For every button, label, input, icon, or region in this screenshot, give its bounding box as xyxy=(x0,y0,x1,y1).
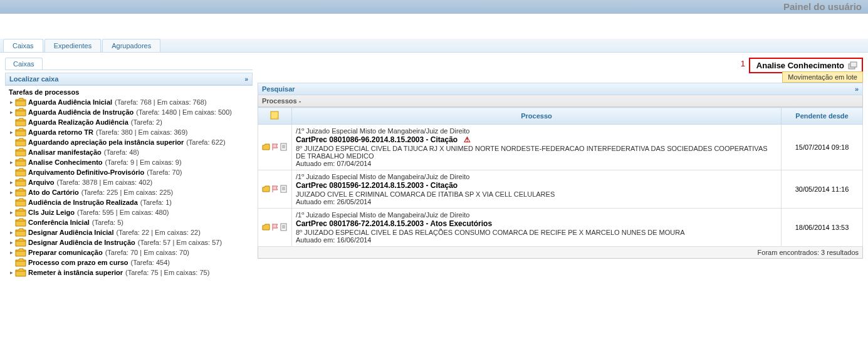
folder-icon xyxy=(15,188,26,197)
proc-autuado: Autuado em: 16/06/2014 xyxy=(296,236,777,244)
table-row[interactable]: /1º Juizado Especial Misto de Mangabeira… xyxy=(258,209,863,247)
proc-court: /1º Juizado Especial Misto de Mangabeira… xyxy=(296,127,777,135)
expand-arrow-icon[interactable]: ▸ xyxy=(8,99,15,105)
expand-arrow-icon[interactable]: ▸ xyxy=(8,249,15,256)
row-action-icons xyxy=(258,125,292,170)
tree-item[interactable]: ▸Remeter à instância superior(Tarefa: 75… xyxy=(5,267,253,277)
tree-item[interactable]: ▸Ato do Cartório(Tarefa: 225 | Em caixas… xyxy=(5,187,253,197)
top-tabs: CaixasExpedientesAgrupadores xyxy=(0,39,868,53)
expand-arrow-icon[interactable]: ▸ xyxy=(8,179,15,185)
open-folder-icon[interactable] xyxy=(262,185,270,193)
left-pane: Caixas Localizar caixa » Tarefas de proc… xyxy=(5,58,253,277)
tree-item[interactable]: ▸Cls Juiz Leigo(Tarefa: 595 | Em caixas:… xyxy=(5,207,253,217)
search-panel-head[interactable]: Pesquisar » xyxy=(258,83,863,95)
flag-icon[interactable] xyxy=(271,143,279,151)
proc-number[interactable]: CartPrec 0801086-96.2014.8.15.2003 - Cit… xyxy=(296,135,777,144)
folder-icon xyxy=(15,158,26,167)
folder-icon xyxy=(15,218,26,227)
row-action-icons xyxy=(258,209,292,247)
sub-tab-caixas[interactable]: Caixas xyxy=(5,58,43,70)
tree-item-label[interactable]: Ato do Cartório xyxy=(28,189,79,196)
tree-item[interactable]: Arquivamento Definitivo-Provisório(Taref… xyxy=(5,167,253,177)
tree-item-label[interactable]: Arquivo xyxy=(28,179,55,186)
doc-icon[interactable] xyxy=(280,143,288,151)
expand-arrow-icon[interactable]: ▸ xyxy=(8,229,15,236)
tree-item-label[interactable]: Conferência Inicial xyxy=(28,219,90,226)
tree-item-label[interactable]: Aguarda retorno TR xyxy=(28,128,93,136)
locate-expand-icon[interactable]: » xyxy=(244,76,248,83)
tree-item[interactable]: Conferência Inicial(Tarefa: 5) xyxy=(5,217,253,227)
tree-item-label[interactable]: Analisar manifestação xyxy=(28,148,102,156)
row-pending-date: 18/06/2014 13:53 xyxy=(782,209,863,247)
tree-item-label[interactable]: Processo com prazo em curso xyxy=(28,259,128,266)
folder-icon xyxy=(15,228,26,237)
proc-parties: JUIZADO CIVEL E CRIMINAL COMARCA DE ITAT… xyxy=(296,190,777,198)
tree-item-label[interactable]: Designar Audiência Inicial xyxy=(28,229,114,236)
folder-icon xyxy=(15,148,26,157)
workspace: Caixas Localizar caixa » Tarefas de proc… xyxy=(0,53,868,283)
tree-item-label[interactable]: Preparar comunicação xyxy=(28,249,103,256)
folder-icon xyxy=(15,128,26,137)
row-processo: /1º Juizado Especial Misto de Mangabeira… xyxy=(292,170,782,209)
tree-item[interactable]: ▸Designar Audiência de Instrução(Tarefa:… xyxy=(5,237,253,247)
tree-item[interactable]: ▸Preparar comunicação(Tarefa: 70 | Em ca… xyxy=(5,247,253,257)
tab-agrupadores[interactable]: Agrupadores xyxy=(102,39,160,52)
proc-number[interactable]: CartPrec 0801786-72.2014.8.15.2003 - Ato… xyxy=(296,219,777,228)
tree-item-suffix: (Tarefa: 70) xyxy=(147,168,182,176)
open-folder-icon[interactable] xyxy=(262,223,270,231)
tree-item-label[interactable]: Aguarda Realização Audiência xyxy=(28,118,128,126)
table-row[interactable]: /1º Juizado Especial Misto de Mangabeira… xyxy=(258,170,863,209)
tab-caixas[interactable]: Caixas xyxy=(3,39,43,52)
expand-arrow-icon[interactable]: ▸ xyxy=(8,129,15,135)
expand-arrow-icon[interactable]: ▸ xyxy=(8,269,15,276)
tree-item-label[interactable]: Analise Conhecimento xyxy=(28,158,103,166)
flag-icon[interactable] xyxy=(271,223,279,231)
proc-court: /1º Juizado Especial Misto de Mangabeira… xyxy=(296,173,777,180)
tree-item[interactable]: Aguarda Realização Audiência(Tarefa: 2) xyxy=(5,117,253,127)
tree-item-label[interactable]: Remeter à instância superior xyxy=(28,269,123,276)
tree-item[interactable]: ▸Aguarda Audiência Inicial(Tarefa: 768 |… xyxy=(5,97,253,107)
tree-item-label[interactable]: Cls Juiz Leigo xyxy=(28,209,75,216)
tree-item[interactable]: ▸Arquivo(Tarefa: 3878 | Em caixas: 402) xyxy=(5,177,253,187)
expand-arrow-icon[interactable]: ▸ xyxy=(8,209,15,215)
tree-item[interactable]: ▸Analise Conhecimento(Tarefa: 9 | Em cai… xyxy=(5,157,253,167)
tree-item-label[interactable]: Aguarda Audiência de Instrução xyxy=(28,108,133,116)
tree-item-label[interactable]: Audiência de Instrução Realizada xyxy=(28,199,138,206)
current-task-label: Analise Conhecimento xyxy=(756,61,844,70)
table-row[interactable]: /1º Juizado Especial Misto de Mangabeira… xyxy=(258,125,863,170)
tree-item-label[interactable]: Designar Audiência de Instrução xyxy=(28,239,135,246)
table-header-row: Processo Pendente desde xyxy=(258,108,863,125)
tree-item-label[interactable]: Aguarda Audiência Inicial xyxy=(28,98,112,106)
doc-icon[interactable] xyxy=(280,185,288,193)
locate-head[interactable]: Localizar caixa » xyxy=(6,73,252,85)
tree-item[interactable]: ▸Aguarda Audiência de Instrução(Tarefa: … xyxy=(5,107,253,117)
tree-item[interactable]: Aguardando apreciação pela instância sup… xyxy=(5,137,253,147)
proc-number[interactable]: CartPrec 0801596-12.2014.8.15.2003 - Cit… xyxy=(296,181,777,190)
th-processo: Processo xyxy=(292,108,782,125)
sticky-note-icon xyxy=(269,110,281,120)
batch-move-icon[interactable] xyxy=(848,61,858,70)
folder-icon xyxy=(15,118,26,127)
tree-item[interactable]: Analisar manifestação(Tarefa: 48) xyxy=(5,147,253,157)
tree-item-suffix: (Tarefa: 22 | Em caixas: 22) xyxy=(117,229,201,236)
open-folder-icon[interactable] xyxy=(262,143,270,151)
expand-arrow-icon[interactable]: ▸ xyxy=(8,189,15,195)
tree-item-suffix: (Tarefa: 454) xyxy=(131,259,170,266)
doc-icon[interactable] xyxy=(280,223,288,231)
tree-item-label[interactable]: Aguardando apreciação pela instância sup… xyxy=(28,138,184,146)
expand-arrow-icon[interactable]: ▸ xyxy=(8,109,15,115)
tree-item-label[interactable]: Arquivamento Definitivo-Provisório xyxy=(28,168,144,176)
th-pendente: Pendente desde xyxy=(782,108,863,125)
tree-item[interactable]: Processo com prazo em curso(Tarefa: 454) xyxy=(5,257,253,267)
row-processo: /1º Juizado Especial Misto de Mangabeira… xyxy=(292,209,782,247)
flag-icon[interactable] xyxy=(271,185,279,193)
header-bar: Painel do usuário xyxy=(0,0,868,14)
tab-expedientes[interactable]: Expedientes xyxy=(44,39,102,52)
search-expand-icon[interactable]: » xyxy=(855,85,859,93)
tree-item-suffix: (Tarefa: 225 | Em caixas: 225) xyxy=(81,189,174,196)
tree-item[interactable]: ▸Aguarda retorno TR(Tarefa: 380 | Em cai… xyxy=(5,127,253,137)
expand-arrow-icon[interactable]: ▸ xyxy=(8,159,15,165)
tree-item[interactable]: ▸Designar Audiência Inicial(Tarefa: 22 |… xyxy=(5,227,253,237)
expand-arrow-icon[interactable]: ▸ xyxy=(8,239,15,246)
tree-item[interactable]: Audiência de Instrução Realizada(Tarefa:… xyxy=(5,197,253,207)
